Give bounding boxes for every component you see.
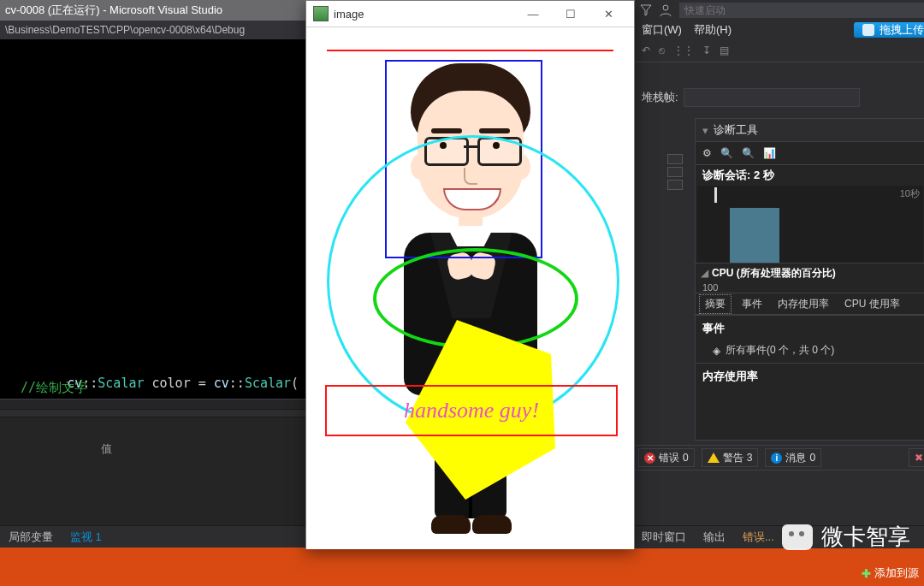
wechat-icon: [782, 524, 813, 550]
stack-frame-row: 堆栈帧:: [633, 86, 924, 110]
stack-frame-input[interactable]: [684, 88, 860, 107]
diag-events-text: 所有事件(0 个，共 0 个): [726, 343, 834, 358]
cloud-upload-label: 拖拽上传: [880, 22, 924, 38]
messages-pill[interactable]: i 消息 0: [765, 448, 821, 467]
toolbar-glyph[interactable]: ▤: [720, 44, 729, 56]
vs-title-text: cv-0008 (正在运行) - Microsoft Visual Studio: [5, 3, 222, 18]
tok-type: Scalar: [245, 376, 291, 391]
diag-tab-summary[interactable]: 摘要: [699, 294, 732, 314]
toolbar-glyph[interactable]: ⋮⋮: [673, 44, 694, 56]
tab-errorlist-right[interactable]: 错误...: [734, 526, 783, 548]
timeline-tick: 10秒: [900, 187, 920, 200]
toolbar-glyph[interactable]: ⎋: [659, 44, 665, 56]
status-strip: [0, 548, 924, 586]
code-editor[interactable]: cv::Scalar color = cv::Scalar( //绘制文字: [0, 39, 305, 399]
menu-window[interactable]: 窗口(W): [642, 22, 682, 38]
cloud-icon: [862, 24, 874, 36]
diag-tab-memory[interactable]: 内存使用率: [773, 295, 834, 313]
drawn-red-line: [327, 50, 613, 51]
menu-help[interactable]: 帮助(H): [694, 22, 732, 38]
zoom-out-icon[interactable]: 🔍: [742, 147, 755, 159]
errors-count: 0: [683, 452, 689, 464]
tab-immediate[interactable]: 即时窗口: [633, 526, 695, 548]
image-canvas: handsome guy!: [306, 27, 634, 549]
diag-tab-events[interactable]: 事件: [737, 295, 767, 313]
warnings-label: 警告: [723, 451, 743, 465]
cloud-upload-button[interactable]: 拖拽上传: [854, 22, 924, 38]
diag-sec-memory: 内存使用率: [696, 363, 924, 389]
diag-title[interactable]: ▾ 诊断工具: [696, 119, 924, 142]
tok: color =: [145, 376, 214, 391]
diag-toolbar: ⚙ 🔍 🔍 📊: [696, 142, 924, 165]
close-button[interactable]: ✕: [589, 2, 627, 26]
warnings-count: 3: [747, 452, 753, 464]
errors-pill[interactable]: ✕ 错误 0: [638, 448, 695, 467]
add-to-source[interactable]: ✚ 添加到源: [862, 565, 919, 581]
diag-events-row[interactable]: ◈ 所有事件(0 个，共 0 个): [696, 341, 924, 363]
warning-icon: [708, 453, 720, 463]
plus-icon: ✚: [862, 567, 871, 580]
image-window-titlebar[interactable]: image — ☐ ✕: [306, 1, 634, 27]
gear-icon[interactable]: ⚙: [702, 147, 712, 159]
stack-frame-label: 堆栈帧:: [642, 90, 678, 105]
timeline-bar: [730, 208, 779, 263]
tab-locals[interactable]: 局部变量: [0, 526, 62, 548]
tok-ns: cv: [214, 376, 229, 391]
filter-icon[interactable]: [640, 4, 652, 16]
brand-text: 微卡智享: [821, 522, 910, 552]
clear-filter-button[interactable]: ✖: [909, 448, 924, 467]
tab-output[interactable]: 输出: [695, 526, 734, 548]
zoom-in-icon[interactable]: 🔍: [720, 147, 733, 159]
quick-launch-placeholder: 快速启动: [684, 3, 726, 18]
cpu-value: 100: [696, 282, 924, 293]
maximize-button[interactable]: ☐: [552, 2, 589, 26]
triangle-icon: ◢: [701, 267, 708, 279]
menu-bar-right: 窗口(W) 帮助(H) 拖拽上传: [633, 21, 924, 39]
warnings-pill[interactable]: 警告 3: [702, 448, 759, 467]
opencv-image-window[interactable]: image — ☐ ✕: [305, 0, 635, 549]
diag-session-label: 诊断会话: 2 秒: [696, 165, 924, 186]
vs-path-text: \Business\DemoTEST\CPP\opencv-0008\x64\D…: [5, 24, 245, 36]
image-window-title: image: [334, 8, 364, 21]
error-list-bar: ✕ 错误 0 警告 3 i 消息 0 ✖: [633, 445, 924, 471]
diag-title-text: 诊断工具: [714, 122, 758, 138]
tab-watch1[interactable]: 监视 1: [62, 526, 110, 548]
diag-tab-cpu[interactable]: CPU 使用率: [839, 295, 905, 313]
debug-toolbar: ↶ ⎋ ⋮⋮ ↧ ▤: [633, 39, 924, 62]
top-toolbar-right: 快速启动: [633, 0, 924, 21]
messages-count: 0: [809, 452, 815, 464]
chevron-down-icon: ▾: [702, 124, 708, 137]
info-icon: i: [771, 453, 782, 464]
watermark-brand: 微卡智享: [782, 522, 910, 552]
toolbar-glyph[interactable]: ↶: [642, 44, 650, 56]
errors-label: 错误: [659, 451, 679, 465]
diag-sec-events: 事件: [696, 315, 924, 341]
diag-cpu-row[interactable]: ◢ CPU (所有处理器的百分比): [696, 263, 924, 282]
messages-label: 消息: [785, 451, 806, 465]
diag-timeline-chart[interactable]: 10秒: [697, 186, 923, 263]
tok: ::: [229, 376, 245, 391]
overlay-text: handsome guy!: [404, 398, 539, 423]
drawn-red-text-rect: handsome guy!: [325, 385, 618, 436]
add-to-source-text: 添加到源: [874, 565, 919, 581]
app-icon: [313, 6, 329, 21]
code-line-2: //绘制文字: [21, 380, 87, 396]
chart-icon[interactable]: 📊: [763, 147, 776, 159]
timeline-marker: [714, 187, 717, 203]
diagnostic-tools-panel: ▾ 诊断工具 ⚙ 🔍 🔍 📊 诊断会话: 2 秒 10秒 ◢ CPU (所有处理…: [695, 118, 924, 441]
diag-subtabs: 摘要 事件 内存使用率 CPU 使用率: [696, 293, 924, 315]
svg-point-0: [663, 5, 668, 10]
quick-launch-input[interactable]: 快速启动: [679, 3, 924, 18]
cpu-label: CPU (所有处理器的百分比): [712, 266, 836, 281]
watch-col-value: 值: [101, 441, 112, 457]
editor-minimap-strip: [633, 111, 693, 436]
toolbar-glyph[interactable]: ↧: [702, 44, 711, 56]
person-icon[interactable]: [659, 3, 672, 17]
error-icon: ✕: [644, 453, 655, 464]
tok: (: [291, 376, 299, 391]
minimize-button[interactable]: —: [514, 2, 552, 26]
diamond-icon: ◈: [713, 345, 720, 357]
tok-type: Scalar: [98, 376, 144, 391]
